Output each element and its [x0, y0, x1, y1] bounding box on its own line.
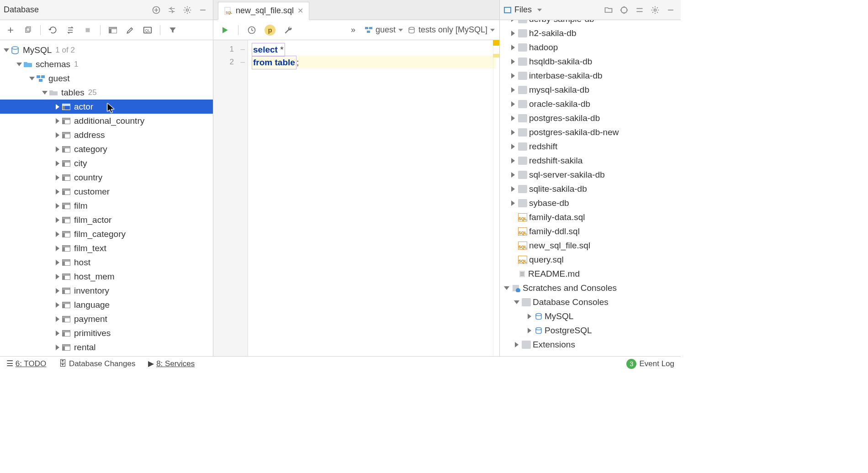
history-button[interactable]	[245, 23, 259, 37]
services-button[interactable]: ▶ 8: Services	[148, 359, 195, 368]
file-item[interactable]: README.md	[500, 267, 681, 281]
table-node-address[interactable]: address	[0, 128, 213, 142]
stop-button[interactable]	[81, 23, 95, 37]
db-node-mysql[interactable]: MySQL 1 of 2	[0, 43, 213, 57]
table-node-country[interactable]: country	[0, 170, 213, 184]
table-node-film_actor[interactable]: film_actor	[0, 213, 213, 227]
file-item[interactable]: derby-sample-db	[500, 20, 681, 26]
db-changes-button[interactable]: 🗄 Database Changes	[59, 359, 135, 368]
file-item[interactable]: SQL query.sql	[500, 252, 681, 267]
database-icon	[535, 327, 543, 334]
table-node-primitives[interactable]: primitives	[0, 326, 213, 340]
connection-selector[interactable]: tests only [MySQL]	[408, 25, 495, 35]
folder-icon	[518, 114, 527, 122]
new-button[interactable]	[4, 23, 17, 37]
table-node-inventory[interactable]: inventory	[0, 284, 213, 298]
gear-icon[interactable]	[181, 4, 194, 16]
database-title: Database	[4, 5, 147, 15]
file-item[interactable]: sql-server-sakila-db	[500, 168, 681, 182]
table-node-rental[interactable]: rental	[0, 340, 213, 354]
file-item[interactable]: hsqldb-sakila-db	[500, 54, 681, 68]
collapse-icon[interactable]	[633, 4, 646, 16]
warning-marker[interactable]	[493, 54, 499, 58]
file-item[interactable]: hadoop	[500, 40, 681, 54]
file-name: query.sql	[529, 255, 564, 265]
todo-button[interactable]: ☰ 6: TODO	[6, 359, 46, 368]
database-panel: Database QL MySQL 1 of 2 schemas 1	[0, 0, 213, 356]
table-icon	[61, 118, 71, 124]
filter-button[interactable]	[166, 23, 180, 37]
table-name: film_text	[74, 243, 106, 253]
warning-marker[interactable]	[493, 40, 499, 46]
run-button[interactable]	[218, 23, 232, 37]
table-node-customer[interactable]: customer	[0, 184, 213, 199]
database-tree[interactable]: MySQL 1 of 2 schemas 1 guest tables 25 a…	[0, 40, 213, 356]
wrench-button[interactable]	[281, 23, 295, 37]
table-name: host_mem	[74, 272, 115, 282]
open-folder-icon[interactable]	[602, 4, 615, 16]
file-item[interactable]: redshift-sakila	[500, 153, 681, 168]
schema-selector[interactable]: guest	[365, 25, 403, 35]
table-icon	[61, 259, 71, 266]
file-item[interactable]: mysql-sakila-db	[500, 83, 681, 97]
file-item[interactable]: postgres-sakila-db	[500, 111, 681, 125]
collapse-icon[interactable]	[165, 4, 178, 16]
svg-point-17	[409, 27, 414, 29]
table-node-payment[interactable]: payment	[0, 312, 213, 326]
file-item[interactable]: interbase-sakila-db	[500, 68, 681, 83]
tab-new-sql-file[interactable]: SQL new_sql_file.sql ✕	[218, 2, 309, 20]
more-button[interactable]: »	[346, 23, 360, 37]
close-icon[interactable]: ✕	[297, 6, 303, 15]
event-log-button[interactable]: 3Event Log	[626, 359, 674, 369]
file-name: sybase-db	[529, 198, 569, 208]
schema-node-guest[interactable]: guest	[0, 71, 213, 85]
minimize-icon[interactable]	[196, 4, 209, 16]
file-item[interactable]: SQL family-ddl.sql	[500, 224, 681, 238]
folder-icon	[518, 20, 527, 23]
file-item[interactable]: SQL new_sql_file.sql	[500, 238, 681, 252]
table-node-category[interactable]: category	[0, 142, 213, 156]
table-node-film[interactable]: film	[0, 199, 213, 213]
file-item[interactable]: oracle-sakila-db	[500, 97, 681, 111]
files-tree[interactable]: derby-sample-db h2-sakila-db hadoop hsql…	[500, 20, 681, 356]
console-node[interactable]: MySQL	[500, 309, 681, 323]
svg-rect-18	[504, 7, 511, 13]
refresh-button[interactable]	[46, 23, 60, 37]
console-node[interactable]: PostgreSQL	[500, 323, 681, 337]
table-node-city[interactable]: city	[0, 156, 213, 170]
tableview-button[interactable]	[106, 23, 120, 37]
console-button[interactable]: QL	[141, 23, 154, 37]
file-item[interactable]: SQL family-data.sql	[500, 210, 681, 224]
db-consoles-node[interactable]: Database Consoles	[500, 295, 681, 309]
file-item[interactable]: sqlite-sakila-db	[500, 182, 681, 196]
sync-button[interactable]	[64, 23, 77, 37]
scratches-node[interactable]: Scratches and Consoles	[500, 281, 681, 295]
target-icon[interactable]	[618, 4, 630, 16]
editor-code[interactable]: select * from table;	[248, 40, 499, 356]
add-icon[interactable]	[150, 4, 163, 16]
table-node-host[interactable]: host	[0, 255, 213, 269]
table-node-additional_country[interactable]: additional_country	[0, 114, 213, 128]
minimize-icon[interactable]	[664, 4, 677, 16]
copy-button[interactable]	[21, 23, 35, 37]
chevron-down-icon[interactable]	[537, 9, 542, 11]
txmode-button[interactable]: p	[263, 23, 277, 37]
warning-stripe[interactable]	[493, 40, 499, 356]
table-node-host_mem[interactable]: host_mem	[0, 269, 213, 284]
gear-icon[interactable]	[649, 4, 662, 16]
table-node-film_category[interactable]: film_category	[0, 227, 213, 241]
file-item[interactable]: redshift	[500, 139, 681, 153]
table-node-actor[interactable]: actor	[0, 100, 213, 114]
file-item[interactable]: postgres-sakila-db-new	[500, 125, 681, 139]
tables-node[interactable]: tables 25	[0, 85, 213, 100]
code-editor[interactable]: 1 2 select * from table;	[213, 40, 499, 356]
table-icon	[61, 231, 71, 237]
file-item[interactable]: sybase-db	[500, 196, 681, 210]
table-node-film_text[interactable]: film_text	[0, 241, 213, 255]
table-node-language[interactable]: language	[0, 298, 213, 312]
extensions-node[interactable]: Extensions	[500, 337, 681, 352]
file-item[interactable]: h2-sakila-db	[500, 26, 681, 40]
svg-point-1	[186, 9, 189, 11]
edit-button[interactable]	[123, 23, 137, 37]
schemas-node[interactable]: schemas 1	[0, 57, 213, 71]
